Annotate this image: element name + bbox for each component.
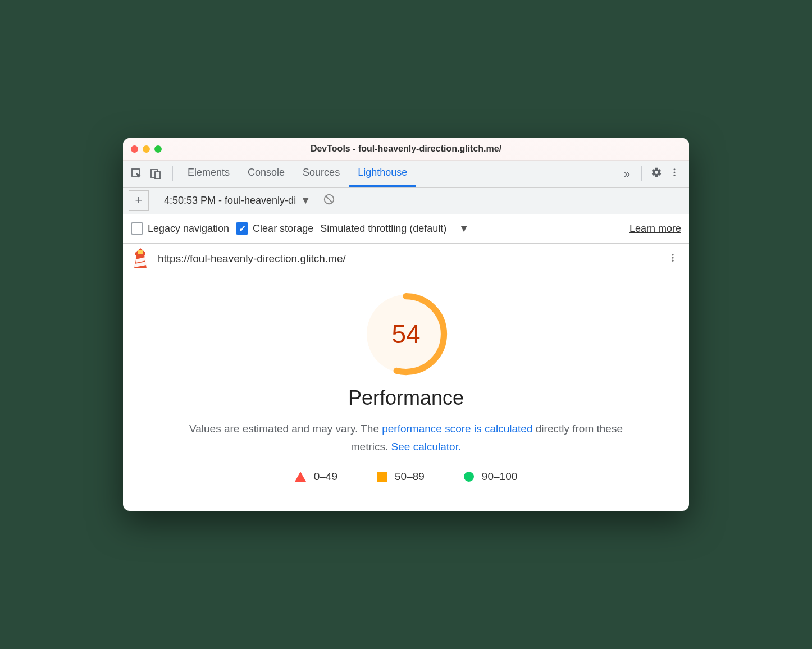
clear-icon — [323, 193, 335, 208]
performance-category-title: Performance — [145, 386, 667, 410]
performance-gauge: 54 — [145, 292, 667, 376]
throttling-dropdown-caret[interactable]: ▼ — [459, 223, 469, 235]
tab-lighthouse[interactable]: Lighthouse — [349, 160, 416, 187]
maximize-window-button[interactable] — [154, 145, 162, 153]
kebab-icon — [668, 253, 678, 266]
legacy-navigation-checkbox[interactable] — [131, 222, 143, 235]
devtools-window: DevTools - foul-heavenly-direction.glitc… — [123, 138, 689, 511]
report-url-text: https://foul-heavenly-direction.glitch.m… — [158, 253, 346, 265]
legend-average-label: 50–89 — [395, 470, 425, 483]
performance-score-value: 54 — [364, 292, 448, 376]
report-menu-button[interactable] — [664, 253, 681, 266]
new-report-button[interactable]: + — [129, 190, 149, 211]
report-selector-label: 4:50:53 PM - foul-heavenly-di — [164, 195, 296, 207]
legend-pass-label: 90–100 — [482, 470, 517, 483]
lighthouse-icon — [131, 247, 150, 271]
legend-fail-label: 0–49 — [314, 470, 337, 483]
performance-description: Values are estimated and may vary. The p… — [176, 420, 636, 456]
clear-storage-label: Clear storage — [253, 223, 313, 235]
clear-storage-checkbox[interactable] — [236, 222, 248, 235]
score-legend: 0–49 50–89 90–100 — [145, 470, 667, 483]
more-tabs-button[interactable]: » — [618, 167, 636, 180]
square-icon — [377, 472, 387, 482]
devtools-tabs-row: Elements Console Sources Lighthouse » — [123, 161, 689, 188]
learn-more-link[interactable]: Learn more — [629, 223, 681, 235]
more-options-button[interactable] — [665, 164, 683, 182]
legend-average: 50–89 — [377, 470, 425, 483]
legend-fail: 0–49 — [295, 470, 337, 483]
close-window-button[interactable] — [131, 145, 138, 153]
legacy-navigation-label: Legacy navigation — [148, 223, 229, 235]
divider — [641, 166, 642, 181]
kebab-icon — [669, 167, 679, 180]
inspect-element-icon[interactable] — [129, 166, 144, 181]
svg-line-7 — [326, 196, 332, 203]
svg-point-13 — [672, 254, 673, 255]
svg-point-4 — [674, 172, 676, 173]
svg-point-14 — [672, 257, 673, 258]
svg-point-15 — [672, 259, 673, 261]
chevron-down-icon: ▼ — [300, 195, 311, 207]
svg-point-3 — [674, 168, 676, 170]
panel-tabs: Elements Console Sources Lighthouse — [179, 160, 416, 187]
report-body: 54 Performance Values are estimated and … — [123, 275, 689, 511]
traffic-lights — [131, 145, 162, 153]
throttling-label: Simulated throttling (default) — [320, 223, 446, 235]
tab-elements[interactable]: Elements — [179, 160, 239, 187]
clear-storage-option[interactable]: Clear storage — [236, 222, 313, 235]
lighthouse-toolbar: + 4:50:53 PM - foul-heavenly-di ▼ — [123, 188, 689, 214]
see-calculator-link[interactable]: See calculator. — [391, 441, 462, 453]
settings-button[interactable] — [647, 164, 665, 182]
gear-icon — [651, 167, 662, 180]
report-selector-dropdown[interactable]: 4:50:53 PM - foul-heavenly-di ▼ — [156, 190, 311, 211]
divider — [172, 166, 173, 181]
svg-rect-9 — [138, 250, 143, 254]
minimize-window-button[interactable] — [143, 145, 150, 153]
svg-point-5 — [674, 175, 676, 176]
desc-text: Values are estimated and may vary. The — [189, 423, 382, 435]
lighthouse-options-row: Legacy navigation Clear storage Simulate… — [123, 214, 689, 244]
titlebar: DevTools - foul-heavenly-direction.glitc… — [123, 138, 689, 161]
triangle-icon — [295, 472, 306, 482]
report-url-row: https://foul-heavenly-direction.glitch.m… — [123, 244, 689, 275]
clear-reports-button[interactable] — [321, 192, 337, 209]
legend-pass: 90–100 — [464, 470, 517, 483]
tab-sources[interactable]: Sources — [294, 160, 349, 187]
window-title: DevTools - foul-heavenly-direction.glitc… — [123, 144, 689, 154]
device-toolbar-icon[interactable] — [148, 166, 163, 181]
score-calculated-link[interactable]: performance score is calculated — [382, 423, 532, 435]
svg-rect-2 — [155, 172, 160, 179]
tab-console[interactable]: Console — [239, 160, 294, 187]
legacy-navigation-option[interactable]: Legacy navigation — [131, 222, 229, 235]
plus-icon: + — [135, 193, 143, 208]
circle-icon — [464, 472, 474, 482]
